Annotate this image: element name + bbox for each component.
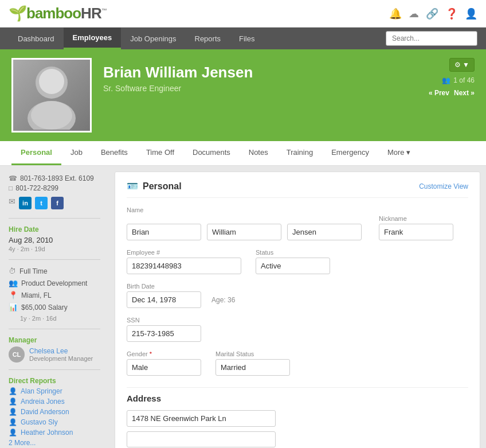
dropdown-arrow-icon: ▼ — [463, 61, 469, 69]
tab-emergency[interactable]: Emergency — [322, 141, 378, 165]
profile-photo-inner — [13, 60, 90, 131]
prev-next-nav: « Prev Next » — [429, 89, 475, 97]
sidebar-divider-1 — [9, 218, 100, 219]
phone-icon: ☎ — [9, 174, 17, 182]
marital-label: Marital Status — [215, 350, 290, 357]
salary-value: $65,000 Salary — [21, 303, 68, 311]
clock-icon: ⏱ — [9, 267, 16, 275]
sidebar: ☎ 801-763-1893 Ext. 6109 □ 801-722-8299 … — [0, 166, 109, 448]
customize-view-link[interactable]: Customize View — [419, 182, 468, 190]
address-line2-input[interactable] — [127, 431, 276, 447]
status-input[interactable] — [256, 258, 330, 274]
employee-num-group: Employee # — [127, 249, 241, 274]
link-icon[interactable]: 🔗 — [426, 7, 438, 20]
nav-bar: Dashboard Employees Job Openings Reports… — [0, 28, 486, 49]
salary-row: 📊 $65,000 Salary — [9, 303, 100, 311]
nav-files[interactable]: Files — [230, 29, 264, 49]
manager-label: Manager — [9, 336, 100, 344]
personal-section: 🪪 Personal Customize View Name Nickname … — [115, 172, 480, 448]
tab-benefits[interactable]: Benefits — [92, 141, 137, 165]
tab-training[interactable]: Training — [277, 141, 322, 165]
direct-report-5[interactable]: 👤 Heather Johnson — [9, 428, 100, 437]
last-name-input[interactable] — [287, 224, 362, 240]
age-display: Age: 36 — [211, 296, 235, 304]
sidebar-social: ✉ in t f — [9, 197, 100, 209]
address-line1-input[interactable] — [127, 410, 276, 427]
ssn-group: SSN — [127, 317, 468, 342]
salary-icon: 📊 — [9, 303, 18, 311]
email-icon[interactable]: ✉ — [9, 197, 15, 209]
gender-marital-row: Gender * Marital Status — [127, 350, 468, 376]
birth-date-group: Birth Date Age: 36 — [127, 283, 468, 308]
section-title: 🪪 Personal — [127, 181, 182, 192]
tab-personal[interactable]: Personal — [11, 141, 61, 165]
nickname-group: Nickname — [379, 215, 453, 240]
address-title: Address — [127, 387, 468, 403]
tab-notes[interactable]: Notes — [240, 141, 277, 165]
nav-employees[interactable]: Employees — [64, 28, 121, 49]
user-avatar[interactable]: 👤 — [465, 7, 477, 20]
nav-reports[interactable]: Reports — [186, 29, 230, 49]
address-line1-group — [127, 410, 468, 427]
top-bar: 🌱bambooHR™ 🔔 ☁ 🔗 ❓ 👤 — [0, 0, 486, 28]
notifications-icon[interactable]: 🔔 — [389, 7, 402, 20]
settings-button[interactable]: ⚙ ▼ — [449, 58, 475, 72]
nickname-input[interactable] — [379, 224, 453, 240]
direct-report-1[interactable]: 👤 Alan Springer — [9, 387, 100, 395]
people-icon: 👥 — [442, 76, 450, 84]
sidebar-divider-2 — [9, 259, 100, 260]
profile-photo — [11, 58, 92, 133]
manager-title: Development Manager — [29, 355, 93, 362]
next-button[interactable]: Next » — [454, 89, 475, 97]
location-row: 📍 Miami, FL — [9, 291, 100, 299]
location-value: Miami, FL — [21, 291, 52, 299]
facebook-icon[interactable]: f — [51, 197, 64, 209]
search-container — [386, 31, 477, 46]
gender-required: * — [150, 350, 152, 357]
address-line2-group — [127, 431, 468, 447]
direct-reports-label: Direct Reports — [9, 377, 100, 385]
direct-report-2[interactable]: 👤 Andreia Jones — [9, 398, 100, 406]
department-value: Product Development — [21, 279, 87, 287]
employee-num-input[interactable] — [127, 258, 241, 274]
tab-time-off[interactable]: Time Off — [137, 141, 183, 165]
help-icon[interactable]: ❓ — [445, 7, 458, 20]
cloud-icon[interactable]: ☁ — [409, 7, 419, 20]
name-group: Name Nickname — [127, 207, 468, 240]
direct-report-3[interactable]: 👤 David Anderson — [9, 408, 100, 416]
tab-more[interactable]: More ▾ — [378, 141, 420, 165]
prev-button[interactable]: « Prev — [429, 89, 449, 97]
nav-dashboard[interactable]: Dashboard — [9, 29, 64, 49]
sidebar-divider-3 — [9, 329, 100, 329]
status-group: Status — [256, 249, 330, 274]
first-name-input[interactable] — [127, 224, 201, 240]
manager-name[interactable]: Chelsea Lee — [29, 347, 93, 355]
person-icon-2: 👤 — [9, 398, 17, 406]
employee-count: 👥 1 of 46 — [442, 76, 475, 84]
twitter-icon[interactable]: t — [35, 197, 48, 209]
salary-tenure: 1y · 2m · 16d — [20, 315, 100, 322]
tab-job[interactable]: Job — [61, 141, 92, 165]
hire-date-tenure: 4y · 2m · 19d — [9, 246, 100, 252]
birth-date-label: Birth Date — [127, 283, 468, 290]
ssn-input[interactable] — [127, 325, 201, 342]
birth-date-input[interactable] — [127, 291, 201, 308]
gender-input[interactable] — [127, 359, 201, 376]
marital-input[interactable] — [215, 359, 290, 376]
employee-num-label: Employee # — [127, 249, 241, 256]
search-input[interactable] — [386, 31, 477, 46]
person-icon-1: 👤 — [9, 387, 17, 395]
logo: 🌱bambooHR™ — [9, 5, 107, 22]
birth-date-row: Age: 36 — [127, 291, 468, 308]
nav-job-openings[interactable]: Job Openings — [121, 29, 185, 49]
direct-report-4[interactable]: 👤 Gustavo Sly — [9, 418, 100, 426]
manager-avatar: CL — [9, 346, 25, 363]
profile-title: Sr. Software Engineer — [103, 84, 475, 93]
employment-type-value: Full Time — [19, 267, 48, 275]
linkedin-icon[interactable]: in — [19, 197, 32, 209]
person-icon-3: 👤 — [9, 408, 17, 416]
tab-documents[interactable]: Documents — [183, 141, 240, 165]
middle-name-input[interactable] — [207, 224, 281, 240]
more-direct-reports-link[interactable]: 2 More... — [9, 439, 100, 447]
sidebar-divider-4 — [9, 369, 100, 370]
